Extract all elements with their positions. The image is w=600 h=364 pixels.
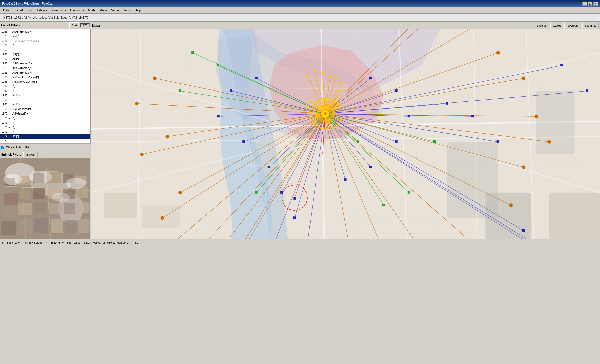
clickpt-checkbox[interactable] [1, 146, 4, 149]
menu-item-data[interactable]: Data [1, 8, 11, 13]
svg-point-32 [29, 171, 52, 183]
svg-rect-176 [293, 216, 296, 219]
list-row[interactable]: 1970AS/Hastal{*} [0, 111, 90, 116]
recreate-button[interactable]: ReCreate [564, 23, 581, 28]
clickpt-label[interactable]: ClickPt Filtr [6, 146, 21, 149]
list-row[interactable]: 1965AS/Staromak{*} [0, 29, 90, 34]
svg-rect-69 [104, 193, 137, 218]
sort-button[interactable]: Sort [69, 22, 79, 28]
export-button[interactable]: Export [550, 23, 563, 28]
svg-rect-186 [471, 115, 474, 117]
save-as-button[interactable]: Save as [534, 23, 549, 28]
list-year: 1966- [1, 62, 12, 65]
svg-rect-19 [3, 207, 15, 217]
maximize-button[interactable]: ☐ [588, 2, 592, 6]
list-row[interactable]: 1968{*} [0, 98, 90, 102]
list-year: 1966- [1, 66, 12, 70]
svg-rect-26 [19, 219, 32, 234]
svg-rect-173 [242, 140, 245, 143]
count-badge: 273 [80, 23, 90, 27]
menu-item-help[interactable]: Help [133, 8, 143, 13]
menu-item-mapa[interactable]: Mapa [98, 8, 109, 13]
list-row[interactable]: 1966-AS{*} [0, 57, 90, 61]
fhoto-list[interactable]: 1965AS/Staromak{*}1965NM{*}1965NM/Vaclav… [0, 29, 91, 143]
svg-rect-184 [344, 178, 346, 181]
menu-item-mode[interactable]: Mode [86, 8, 97, 13]
list-row[interactable]: 1967NM{*} [0, 93, 90, 98]
list-name: {*} [12, 98, 15, 101]
list-year: 1966- [1, 48, 12, 51]
svg-point-209 [337, 95, 339, 97]
svg-point-148 [135, 102, 139, 105]
list-row[interactable]: 1971+-{*} [0, 125, 90, 129]
list-row[interactable]: 1965NM/Vaclav/nVaclav{*} [0, 38, 90, 43]
menubar: DataSnimekLociEditaceWireFocusLiveFocusM… [0, 7, 600, 14]
list-title: List of FHoto [1, 24, 68, 27]
list-row[interactable]: 1966-{*} [0, 43, 90, 48]
list-row[interactable]: 1972-AS{*} [0, 134, 90, 139]
menu-item-snimek[interactable]: Snimek [11, 8, 26, 13]
minimize-button[interactable]: — [582, 2, 587, 6]
list-year: 1971+- [1, 117, 12, 120]
svg-rect-200 [433, 140, 436, 143]
list-row[interactable]: 1968NM/Masaryk{*} [0, 107, 90, 111]
svg-rect-195 [179, 89, 181, 92]
list-row[interactable]: 1971+-{*} [0, 116, 90, 120]
menu-item-loci[interactable]: Loci [26, 8, 35, 13]
menu-item-tools[interactable]: Tools [121, 8, 133, 13]
menu-item-wirefocus[interactable]: WireFocus [49, 8, 68, 13]
svg-rect-14 [20, 190, 30, 199]
list-row[interactable]: 1973{*} [0, 139, 90, 143]
list-row[interactable]: 1965NM{*} [0, 34, 90, 38]
list-row[interactable]: 1966-NM/Vaclav/nVaclav{*} [0, 75, 90, 79]
fhoto-id: fH1723 [2, 16, 12, 19]
svg-rect-30 [78, 219, 89, 233]
aerial-photo [0, 158, 90, 239]
svg-point-163 [547, 140, 551, 144]
list-row[interactable]: 1971+-{*} [0, 120, 90, 125]
map-container[interactable] [91, 29, 600, 239]
list-year: 1972- [1, 135, 12, 138]
svg-point-31 [4, 174, 22, 185]
svg-rect-15 [33, 188, 45, 199]
menu-item-editace[interactable]: Editace [35, 8, 49, 13]
list-name: NM/Vaclav/nVaclav{*} [12, 39, 39, 42]
svg-rect-183 [369, 166, 372, 168]
list-year: 1967 [1, 94, 12, 97]
photo-svg [0, 158, 90, 239]
list-year: 1971+- [1, 126, 12, 129]
svg-rect-197 [255, 191, 258, 194]
svg-point-207 [339, 82, 342, 84]
list-year: 1971+- [1, 121, 12, 124]
svg-rect-192 [586, 89, 588, 92]
menu-item-vrstvy[interactable]: Vrstvy [109, 8, 122, 13]
list-row[interactable]: 1968NM{*} [0, 102, 90, 107]
list-year: 1965 [1, 30, 12, 33]
titlebar: FotoCat 64-bit : FHotoSezn - FotoCat — ☐… [0, 0, 600, 7]
list-row[interactable]: 1966-rVltava/rKrizovnik{*} [0, 79, 90, 84]
zoom-into-button[interactable]: ZoomInto [582, 23, 599, 28]
close-button[interactable]: ✕ [593, 2, 598, 6]
list-row[interactable]: 1966-AS{*} [0, 52, 90, 57]
list-year: 1968 [1, 107, 12, 110]
minmax-button[interactable]: MinMax [23, 152, 38, 157]
list-row[interactable]: 1966-AS/Staromak{*} [0, 61, 90, 66]
filtr-button[interactable]: Filtr [23, 145, 32, 150]
list-header: List of FHoto Sort 273 [0, 22, 91, 29]
list-row[interactable]: 1966-AS/Staromak{*} [0, 70, 90, 75]
list-row[interactable]: 1967{*} [0, 88, 90, 93]
snimek-title: Snimek FHoto [1, 153, 22, 156]
list-row[interactable]: 1971{*} [0, 129, 90, 134]
list-row[interactable]: 1966-{*} [0, 48, 90, 52]
menu-item-livefocus[interactable]: LiveFocus [68, 8, 86, 13]
svg-rect-20 [18, 203, 32, 215]
svg-rect-175 [280, 191, 283, 194]
svg-rect-70 [142, 205, 180, 228]
fhoto-info: 1972-, AS{*}, p4d-aajqe, [Vasiliak, Euge… [14, 16, 88, 19]
svg-point-151 [161, 216, 164, 220]
list-name: {*} [12, 89, 15, 92]
svg-rect-171 [230, 89, 232, 92]
list-name: AS{*} [12, 53, 19, 56]
list-row[interactable]: 1967{*} [0, 84, 90, 88]
list-row[interactable]: 1966-AS/Staromak{*} [0, 66, 90, 70]
